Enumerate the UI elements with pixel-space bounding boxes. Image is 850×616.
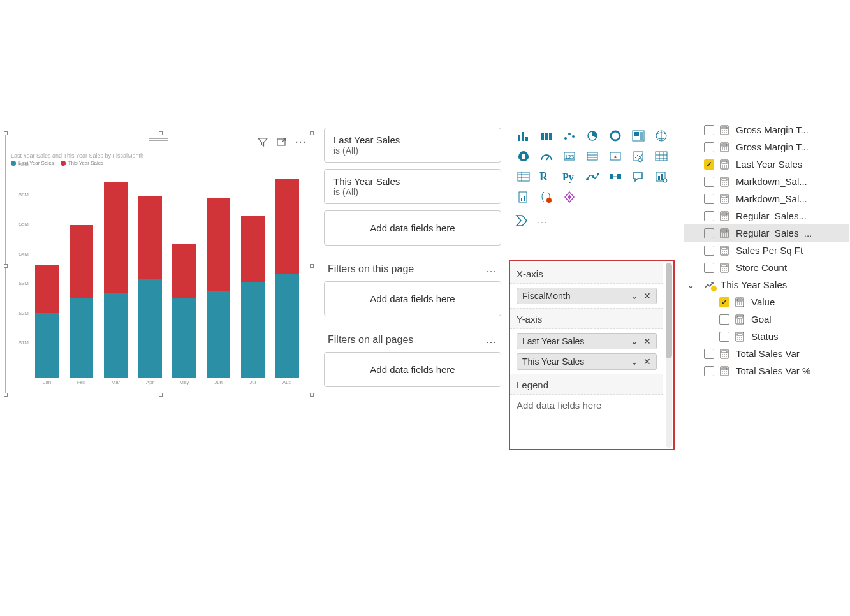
focus-mode-icon[interactable]	[276, 136, 288, 148]
bar-column[interactable]	[133, 170, 167, 378]
viz-type-card[interactable]: 123	[560, 148, 579, 165]
viz-type-slicer[interactable]	[629, 148, 648, 165]
viz-type-arcgis[interactable]	[537, 189, 556, 205]
wells-scrollbar[interactable]	[666, 263, 672, 448]
bar-segment-last-year[interactable]	[35, 313, 59, 378]
viz-type-donut[interactable]	[606, 128, 625, 144]
visual-filter-card[interactable]: This Year Sales is (All)	[324, 169, 501, 204]
field-checkbox[interactable]	[719, 297, 729, 307]
bar-segment-this-year[interactable]	[275, 179, 299, 274]
field-checkbox[interactable]	[704, 194, 714, 204]
all-pages-filters-header[interactable]: Filters on all pages …	[324, 323, 501, 352]
more-options-icon[interactable]: ···	[295, 136, 307, 148]
power-automate-icon[interactable]	[515, 214, 529, 229]
remove-field-icon[interactable]: ✕	[643, 356, 651, 367]
bar-segment-last-year[interactable]	[70, 298, 94, 378]
remove-field-icon[interactable]: ✕	[643, 336, 651, 346]
viz-type-powerapps[interactable]	[560, 189, 579, 205]
drag-handle-icon[interactable]	[149, 138, 168, 141]
chevron-down-icon[interactable]: ⌄	[631, 336, 638, 346]
report-canvas[interactable]: ··· Last Year Sales and This Year Sales …	[0, 128, 318, 402]
field-item[interactable]: Value	[684, 293, 849, 311]
bar-segment-last-year[interactable]	[104, 293, 128, 378]
visual-filter-dropzone[interactable]: Add data fields here	[324, 210, 501, 246]
filter-icon[interactable]	[257, 136, 268, 148]
field-item[interactable]: Status	[684, 328, 849, 345]
viz-type-kpi[interactable]: ▲	[606, 148, 625, 165]
viz-type-matrix[interactable]	[514, 168, 533, 185]
viz-type-pie[interactable]	[583, 128, 602, 144]
bar-segment-last-year[interactable]	[241, 282, 265, 378]
field-checkbox[interactable]	[704, 228, 714, 238]
field-item[interactable]: Gross Margin T...	[684, 121, 849, 138]
more-icon[interactable]: …	[486, 263, 497, 275]
field-item[interactable]: Sales Per Sq Ft	[684, 242, 849, 259]
field-checkbox[interactable]	[704, 211, 714, 221]
page-filter-dropzone[interactable]: Add data fields here	[324, 281, 501, 316]
scrollbar-thumb[interactable]	[666, 263, 672, 358]
viz-type-decomposition-tree[interactable]	[606, 168, 625, 185]
bar-segment-this-year[interactable]	[104, 182, 128, 294]
chevron-down-icon[interactable]: ⌄	[631, 291, 638, 301]
viz-type-stacked-bar[interactable]	[537, 128, 556, 144]
page-filters-header[interactable]: Filters on this page …	[324, 252, 501, 281]
xaxis-field-pill[interactable]: FiscalMonth ⌄ ✕	[517, 288, 657, 304]
field-item[interactable]: Last Year Sales	[684, 156, 849, 173]
yaxis-field-pill[interactable]: Last Year Sales ⌄ ✕	[517, 333, 657, 349]
remove-field-icon[interactable]: ✕	[643, 291, 651, 301]
more-visuals-icon[interactable]: ···	[537, 217, 548, 227]
bar-segment-last-year[interactable]	[275, 274, 299, 378]
field-checkbox[interactable]	[704, 246, 714, 256]
resize-handle[interactable]	[310, 264, 314, 268]
bar-segment-this-year[interactable]	[172, 244, 196, 298]
field-item[interactable]: Store Count	[684, 259, 849, 276]
bar-column[interactable]	[270, 170, 304, 378]
bar-segment-this-year[interactable]	[241, 216, 265, 281]
field-item[interactable]: ⌄This Year Sales	[684, 276, 849, 293]
viz-type-qa-visual[interactable]	[629, 168, 648, 185]
resize-handle[interactable]	[4, 264, 8, 268]
viz-type-python-visual[interactable]: Py	[560, 168, 579, 185]
bar-column[interactable]	[64, 170, 99, 378]
bar-column[interactable]	[236, 170, 270, 378]
expand-chevron-icon[interactable]: ⌄	[686, 279, 695, 291]
field-item[interactable]: Markdown_Sal...	[684, 190, 849, 207]
viz-type-multi-row-card[interactable]	[583, 148, 602, 165]
chevron-down-icon[interactable]: ⌄	[631, 356, 638, 367]
field-checkbox[interactable]	[704, 366, 714, 376]
field-item[interactable]: Regular_Sales...	[684, 207, 849, 224]
viz-type-smart-narrative[interactable]	[652, 168, 671, 185]
resize-handle[interactable]	[159, 393, 163, 397]
viz-type-scatter[interactable]	[560, 128, 579, 144]
bar-column[interactable]	[167, 170, 202, 378]
bar-column[interactable]	[202, 170, 236, 378]
all-pages-filter-dropzone[interactable]: Add data fields here	[324, 352, 501, 387]
more-icon[interactable]: …	[486, 334, 497, 346]
viz-type-treemap[interactable]	[629, 128, 648, 144]
field-item[interactable]: Goal	[684, 311, 849, 328]
bar-segment-this-year[interactable]	[70, 225, 94, 298]
field-item[interactable]: Gross Margin T...	[684, 138, 849, 156]
legend-dropzone[interactable]: Add data fields here	[510, 395, 663, 416]
bar-segment-last-year[interactable]	[207, 291, 231, 378]
field-item[interactable]: Regular_Sales_...	[684, 224, 849, 242]
field-checkbox[interactable]	[704, 142, 714, 152]
field-item[interactable]: Total Sales Var %	[684, 362, 849, 379]
chart-visual-frame[interactable]: ··· Last Year Sales and This Year Sales …	[5, 133, 312, 395]
viz-type-r-visual[interactable]: R	[537, 168, 556, 185]
field-checkbox[interactable]	[719, 314, 729, 325]
field-item[interactable]: Total Sales Var	[684, 345, 849, 362]
bar-segment-this-year[interactable]	[35, 265, 59, 313]
field-checkbox[interactable]	[704, 349, 714, 359]
chart-body[interactable]: $1M$2M$3M$4M$5M$6M$7M JanFebMarAprMayJun…	[11, 170, 307, 390]
viz-type-table[interactable]	[652, 148, 671, 165]
field-item[interactable]: Markdown_Sal...	[684, 173, 849, 190]
field-checkbox[interactable]	[719, 332, 729, 342]
bar-column[interactable]	[30, 170, 64, 378]
field-checkbox[interactable]	[704, 159, 714, 170]
viz-type-paginated[interactable]	[514, 189, 533, 205]
viz-type-key-influencers[interactable]	[583, 168, 602, 185]
bar-segment-this-year[interactable]	[138, 196, 162, 279]
visual-filter-card[interactable]: Last Year Sales is (All)	[324, 128, 501, 163]
viz-type-globe-map[interactable]	[652, 128, 671, 144]
